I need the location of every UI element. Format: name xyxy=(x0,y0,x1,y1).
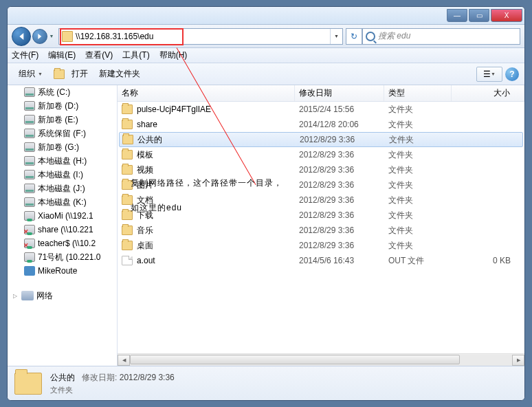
sidebar-item-label: 新加卷 (D:) xyxy=(38,100,78,112)
open-label: 打开 xyxy=(71,68,88,80)
menu-file[interactable]: 文件(F) xyxy=(12,50,38,61)
address-text[interactable]: \\192.168.31.165\edu xyxy=(76,32,330,41)
search-box[interactable]: 搜索 edu xyxy=(362,28,520,45)
sidebar-item[interactable]: 系统保留 (F:) xyxy=(8,126,117,140)
sidebar-item[interactable]: teacher$ (\\10.2 xyxy=(8,236,117,250)
folder-icon xyxy=(122,150,133,160)
menu-tools[interactable]: 工具(T) xyxy=(122,50,149,61)
drive-icon xyxy=(24,170,35,179)
sidebar-item[interactable]: 本地磁盘 (J:) xyxy=(8,182,117,195)
file-type: 文件夹 xyxy=(388,240,456,252)
file-list[interactable]: pulse-UcjP4FTglIAE2015/2/4 15:56文件夹share… xyxy=(118,102,524,353)
network-label: 网络 xyxy=(36,290,53,302)
folder-icon xyxy=(62,31,73,42)
file-type: OUT 文件 xyxy=(388,255,456,267)
file-row[interactable]: pulse-UcjP4FTglIAE2015/2/4 15:56文件夹 xyxy=(118,102,524,117)
scroll-left-button[interactable]: ◀ xyxy=(118,355,130,366)
file-row[interactable]: 音乐2012/8/29 3:36文件夹 xyxy=(118,223,524,238)
file-row[interactable]: 公共的2012/8/29 3:36文件夹 xyxy=(119,132,523,147)
minimize-button[interactable]: — xyxy=(447,9,467,22)
file-name: 视频 xyxy=(137,164,299,176)
menu-help[interactable]: 帮助(H) xyxy=(159,50,188,61)
drive-icon xyxy=(24,129,35,138)
menu-view[interactable]: 查看(V) xyxy=(85,50,113,61)
sidebar-item[interactable]: share (\\10.221 xyxy=(8,223,117,236)
sidebar-item-label: XiaoMi (\\192.1 xyxy=(38,211,93,221)
sidebar-network[interactable]: ▷网络 xyxy=(8,289,117,302)
address-dropdown[interactable]: ▼ xyxy=(330,29,342,44)
file-type: 文件夹 xyxy=(388,195,456,206)
sidebar-item[interactable]: 本地磁盘 (H:) xyxy=(8,154,117,168)
file-row[interactable]: 下载2012/8/29 3:36文件夹 xyxy=(118,208,524,223)
scroll-right-button[interactable]: ▶ xyxy=(512,355,524,366)
file-date: 2012/8/29 3:36 xyxy=(299,165,388,175)
horizontal-scrollbar[interactable]: ◀ ▶ xyxy=(118,353,524,366)
folder-icon xyxy=(14,373,42,395)
sidebar-item[interactable]: MikeRoute xyxy=(8,264,117,278)
sidebar-item[interactable]: 71号机 (10.221.0 xyxy=(8,250,117,264)
view-options-button[interactable]: ☰ ▼ xyxy=(476,67,502,82)
sidebar-item[interactable]: 本地磁盘 (K:) xyxy=(8,195,117,209)
file-date: 2015/2/4 15:56 xyxy=(299,104,388,114)
file-row[interactable]: 模板2012/8/29 3:36文件夹 xyxy=(118,147,524,162)
file-type: 文件夹 xyxy=(388,104,456,116)
open-button[interactable]: 打开 xyxy=(48,65,93,82)
maximize-button[interactable]: ▭ xyxy=(469,9,489,22)
sidebar-item[interactable]: 新加卷 (E:) xyxy=(8,113,117,126)
sidebar-item-label: 71号机 (10.221.0 xyxy=(38,252,100,263)
sidebar-item[interactable]: 系统 (C:) xyxy=(8,85,117,99)
folder-icon xyxy=(122,226,133,235)
sidebar-item-label: MikeRoute xyxy=(38,266,77,276)
sidebar-item-label: teacher$ (\\10.2 xyxy=(38,239,96,248)
menu-edit[interactable]: 编辑(E) xyxy=(48,50,76,61)
col-name[interactable]: 名称 xyxy=(118,85,295,101)
chevron-down-icon: ▼ xyxy=(491,72,496,76)
file-row[interactable]: 视频2012/8/29 3:36文件夹 xyxy=(118,162,524,177)
file-row[interactable]: 桌面2012/8/29 3:36文件夹 xyxy=(118,238,524,253)
sidebar-item[interactable]: 本地磁盘 (I:) xyxy=(8,168,117,182)
nav-history-dropdown[interactable]: ▼ xyxy=(47,30,56,43)
drive-icon xyxy=(24,184,35,193)
col-type[interactable]: 类型 xyxy=(384,85,452,101)
netsharex-icon xyxy=(24,225,35,234)
file-icon xyxy=(122,256,133,265)
sidebar-item-label: 本地磁盘 (H:) xyxy=(38,155,87,167)
sidebar-item[interactable]: 新加卷 (G:) xyxy=(8,140,117,154)
drive-icon xyxy=(24,101,35,111)
file-area: 名称 修改日期 类型 大小 pulse-UcjP4FTglIAE2015/2/4… xyxy=(118,85,524,366)
col-date[interactable]: 修改日期 xyxy=(295,85,384,101)
organize-button[interactable]: 组织 ▼ xyxy=(13,65,48,82)
close-button[interactable]: X xyxy=(491,9,522,22)
sidebar-item[interactable]: 新加卷 (D:) xyxy=(8,99,117,113)
file-row[interactable]: a.out2014/5/6 16:43OUT 文件0 KB xyxy=(118,253,524,268)
forward-button[interactable] xyxy=(32,29,47,44)
refresh-button[interactable]: ↻ xyxy=(346,28,362,45)
back-button[interactable] xyxy=(12,27,31,46)
search-icon xyxy=(366,32,375,41)
sidebar-item[interactable]: XiaoMi (\\192.1 xyxy=(8,209,117,223)
file-row[interactable]: 图片2012/8/29 3:36文件夹 xyxy=(118,177,524,192)
file-type: 文件夹 xyxy=(388,210,456,221)
file-date: 2012/8/29 3:36 xyxy=(299,180,388,190)
new-folder-button[interactable]: 新建文件夹 xyxy=(93,65,146,82)
file-name: 公共的 xyxy=(137,134,300,146)
scroll-thumb[interactable] xyxy=(130,355,460,364)
scroll-track[interactable] xyxy=(130,355,512,366)
sidebar-item-label: 系统 (C:) xyxy=(38,87,70,98)
file-type: 文件夹 xyxy=(388,164,456,176)
col-size[interactable]: 大小 xyxy=(452,85,524,101)
search-placeholder: 搜索 edu xyxy=(378,30,410,42)
file-row[interactable]: 文档2012/8/29 3:36文件夹 xyxy=(118,192,524,208)
status-bar: 公共的 修改日期: 2012/8/29 3:36 文件夹 xyxy=(8,366,524,400)
file-name: pulse-UcjP4FTglIAE xyxy=(137,104,299,114)
organize-label: 组织 xyxy=(19,68,35,80)
netshare-icon xyxy=(24,211,35,221)
file-row[interactable]: share2014/12/8 20:06文件夹 xyxy=(118,117,524,132)
address-bar[interactable]: \\192.168.31.165\edu ▼ xyxy=(58,28,343,45)
sidebar: 系统 (C:)新加卷 (D:)新加卷 (E:)系统保留 (F:)新加卷 (G:)… xyxy=(8,85,118,366)
file-date: 2014/12/8 20:06 xyxy=(299,120,388,129)
status-text: 公共的 修改日期: 2012/8/29 3:36 文件夹 xyxy=(50,372,175,395)
help-button[interactable]: ? xyxy=(505,67,519,81)
file-name: share xyxy=(137,120,299,129)
titlebar: — ▭ X xyxy=(8,7,524,25)
